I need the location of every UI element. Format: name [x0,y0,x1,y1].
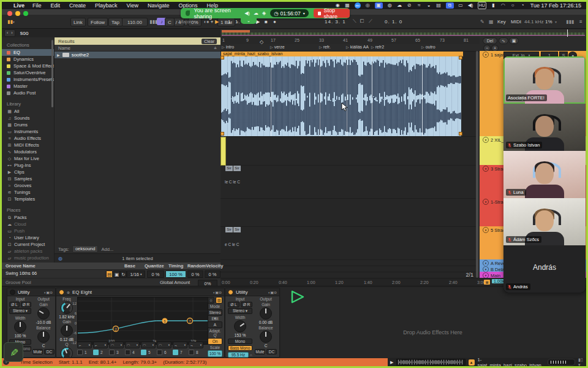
preview-play-icon[interactable]: ▶ [390,360,393,365]
status-icon[interactable]: ◎ [365,2,371,9]
device-title-bar[interactable]: ⊕ EQ Eight ◐▣⊖ [56,288,224,296]
clip-handle[interactable] [221,56,224,59]
tag-chip[interactable]: oeksound [72,245,99,253]
minimize-window-button[interactable] [15,11,20,16]
headphone-icon[interactable]: ∩ [250,353,252,357]
dc-button[interactable]: DC [266,349,277,355]
punch-out-icon[interactable]: ⟋ [367,18,374,25]
sidebar-item-collection[interactable]: Master [2,83,54,90]
computer-midi-keyboard-icon[interactable]: ▦ [487,18,496,25]
status-icon[interactable]: ◠ [500,2,506,9]
menu-item[interactable]: View [127,2,138,9]
groove-timing-field[interactable]: 100 % [165,270,186,278]
small-clip-yellow[interactable] [221,137,226,166]
track-fold-icon[interactable]: ▾ [483,166,489,172]
cpu-chevron-icon[interactable]: ▾ [553,18,559,25]
sidebar-item-place[interactable]: ◔ User Library [2,234,54,241]
eq-band-toggle[interactable] [141,350,146,355]
scale-name-field[interactable]: Major [177,18,193,25]
clip-handle[interactable] [221,132,224,136]
groove-row[interactable]: Swing 16ths 66 ▤ ▣ ↻ 1/16▾ 0 % 100 % 0 %… [2,270,221,278]
eq-band-toggle[interactable] [125,350,130,355]
status-icon[interactable]: ≈ [417,2,422,9]
eq-band-toggle[interactable] [157,350,162,355]
sidebar-item-library[interactable]: ≋ Tunings [2,189,54,196]
phase-left-button[interactable]: Ø L [9,302,20,307]
sidebar-item-library[interactable]: ⊟ Samples [2,175,54,182]
device-title-bar[interactable]: Utility ◐▣⊖ [225,288,279,296]
track-fold-icon[interactable]: ▾ [483,199,489,205]
groove-lock-icon[interactable]: ▣ [113,270,120,278]
arrangement-scrollbar[interactable] [476,51,478,278]
follow-button[interactable]: Follow [88,18,108,26]
small-clip[interactable]: Str [233,166,241,171]
sidebar-item-place[interactable]: ☁ Cloud [2,221,54,228]
security-shield-icon[interactable]: ◈ [262,10,266,16]
search-input[interactable]: soo [20,30,29,36]
mono-button[interactable]: Mono [228,339,252,344]
eq-band-shape-select[interactable]: ⌐▾ [77,342,92,348]
status-icon[interactable]: ▮ [491,2,496,9]
stop-share-button[interactable]: Stop share [314,9,350,18]
clip-mini-waveform[interactable] [396,359,465,366]
sidebar-item-place[interactable]: ⊡ Current Project [2,241,54,248]
close-window-button[interactable] [7,11,12,16]
track-fold-icon[interactable]: ▾ [483,52,489,58]
groove-random-field[interactable]: 0 % [187,270,203,278]
device-header-icons[interactable]: ◐▣⊖ [268,290,277,294]
participant-video-tile[interactable]: András András [503,245,586,293]
device-activator-off[interactable] [10,289,15,295]
device-drop-area[interactable]: Drop Audio Effects Here [281,288,585,358]
back-to-arrangement-button[interactable]: ▲ [469,359,475,366]
bass-mono-button[interactable]: Bass Mono [228,345,252,351]
sidebar-item-library[interactable]: ▦ All [2,108,54,115]
locator-marker[interactable]: ▷ verze [270,45,285,49]
eq-band-shape-select[interactable]: ◠▾ [141,342,156,348]
arrangement-toggle-icon[interactable]: ▮▮▾ [6,18,17,25]
mute-button[interactable]: Mute [32,349,43,355]
menu-item[interactable]: File [32,2,42,9]
menu-item[interactable]: Navigate [148,2,170,9]
tap-tempo-button[interactable]: Tap [108,18,123,26]
expand-icon[interactable]: ▶ [57,53,60,57]
eq-band[interactable]: ◠▾ 6 [157,342,172,355]
width-knob[interactable] [234,320,246,332]
add-tag-button[interactable]: Add... [101,247,113,252]
locator-lane[interactable]: ▷ intro ▷ verze ▷ refr. ▷ kiállás AA ▷ r… [221,44,480,52]
menu-item[interactable]: Create [69,2,86,9]
sidebar-item-library[interactable]: ▶ Clips [2,169,54,175]
midi-map-button[interactable]: MIDI [509,18,523,25]
status-icon[interactable]: ⊘ [407,2,412,9]
clip-handle[interactable] [459,56,462,59]
menu-item[interactable]: Edit [51,2,61,9]
meeting-timer[interactable]: ◷01:56:07▾ [270,9,309,17]
sidebar-item-collection[interactable]: EQ [2,49,54,56]
clip-title-bar[interactable]: sajat_minta_hazi_szabo_istvan [221,51,463,56]
meter-options-icon[interactable]: ▮▯ ▾ [578,358,586,367]
groove-velocity-field[interactable]: 0 % [205,270,221,278]
link-button[interactable]: Link [70,18,86,26]
eq-band-shape-select[interactable]: ◠▾ [125,342,140,348]
status-icon[interactable]: ◍ [387,2,393,9]
audio-clip-waveform-region[interactable] [221,56,461,136]
sidebar-item-library[interactable]: ≡ Audio Effects [2,135,54,142]
record-button[interactable]: ● [271,18,278,25]
eq-band-shape-select[interactable]: ¬▾ [173,342,187,348]
locator-marker[interactable]: ▷ refr. [319,45,331,49]
punch-in-icon[interactable]: ⟍ [351,18,358,25]
eq-band[interactable]: ◠▾ 5 [141,342,156,355]
loop-switch[interactable]: ⧠ [358,18,366,25]
small-clip[interactable]: Str [225,166,233,171]
spectrum-toggle[interactable]: ○ [208,297,214,304]
status-icon[interactable]: zm [355,2,361,9]
loop-length-field[interactable]: 0. 1. 0 [383,18,404,25]
eq-band[interactable]: ¬▾ 8 [189,342,203,355]
device-utility-2[interactable]: Utility ◐▣⊖ Input Ø L Ø R Stereo ▾ Width… [225,288,280,358]
phase-right-button[interactable]: Ø R [241,302,252,307]
cloud-recording-icon[interactable]: ☁ [254,10,258,16]
eq-edit-toggle[interactable]: A [208,321,222,328]
groove-refresh-icon[interactable]: ↻ [120,270,127,278]
status-icon[interactable]: ◔ [520,2,526,9]
groove-commit-icon[interactable]: ▤ [106,270,113,278]
groove-base-select[interactable]: 1/16▾ [127,270,145,278]
